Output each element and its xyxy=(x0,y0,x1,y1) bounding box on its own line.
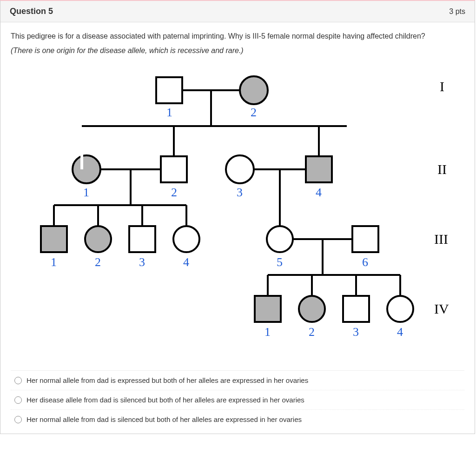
label-IV-3: 3 xyxy=(353,325,359,339)
question-points: 3 pts xyxy=(449,7,465,16)
individual-III-6 xyxy=(352,226,378,252)
gen-label-IV: IV xyxy=(434,301,449,316)
label-II-4: 4 xyxy=(316,186,322,199)
answer-option-a[interactable]: Her normal allele from dad is expressed … xyxy=(11,371,464,390)
answer-text: Her normal allele from dad is silenced b… xyxy=(26,415,302,423)
pedigree-figure: 1 2 xyxy=(21,63,454,361)
question-text: This pedigree is for a disease associate… xyxy=(11,31,464,42)
label-III-2: 2 xyxy=(95,255,101,269)
label-III-5: 5 xyxy=(277,255,283,269)
question-header: Question 5 3 pts xyxy=(0,1,475,22)
individual-III-4 xyxy=(173,226,199,252)
individual-III-3 xyxy=(129,226,155,252)
label-IV-4: 4 xyxy=(397,325,403,339)
gen-label-I: I xyxy=(440,79,444,94)
individual-II-4 xyxy=(306,156,332,182)
answer-text: Her normal allele from dad is expressed … xyxy=(26,376,308,384)
gen-label-III: III xyxy=(434,231,448,247)
answer-option-b[interactable]: Her disease allele from dad is silenced … xyxy=(11,390,464,410)
label-I-2: 2 xyxy=(251,106,257,119)
individual-IV-2 xyxy=(299,296,325,322)
label-III-4: 4 xyxy=(183,255,189,269)
label-IV-2: 2 xyxy=(309,325,315,339)
gen-I: 1 2 xyxy=(82,76,347,126)
label-III-3: 3 xyxy=(139,255,145,269)
individual-III-1 xyxy=(41,226,67,252)
individual-III-5 xyxy=(267,226,293,252)
individual-II-1 xyxy=(73,155,100,183)
pedigree-svg: 1 2 xyxy=(21,63,454,361)
question-hint: (There is one origin for the disease all… xyxy=(11,47,464,55)
gen-label-II: II xyxy=(437,161,447,177)
label-II-3: 3 xyxy=(237,186,243,199)
radio-icon[interactable] xyxy=(14,396,22,404)
individual-I-1 xyxy=(156,77,182,103)
answer-text: Her disease allele from dad is silenced … xyxy=(26,396,304,404)
label-IV-1: 1 xyxy=(264,325,271,339)
individual-II-3 xyxy=(226,155,254,183)
radio-icon[interactable] xyxy=(14,377,22,384)
label-I-1: 1 xyxy=(166,106,172,119)
individual-I-2 xyxy=(240,76,268,104)
individual-IV-3 xyxy=(343,296,369,322)
individual-III-2 xyxy=(85,226,111,252)
gen-II: 1 2 3 4 xyxy=(73,126,347,199)
radio-icon[interactable] xyxy=(14,416,22,423)
label-III-1: 1 xyxy=(51,255,57,269)
question-body: This pedigree is for a disease associate… xyxy=(0,22,475,434)
label-III-6: 6 xyxy=(362,255,368,269)
label-II-1: 1 xyxy=(83,186,89,199)
question-title: Question 5 xyxy=(10,7,53,16)
individual-IV-4 xyxy=(387,296,413,322)
question-card: Question 5 3 pts This pedigree is for a … xyxy=(0,0,475,434)
individual-II-2 xyxy=(161,156,187,182)
gen-III: 1 2 3 4 5 6 xyxy=(41,169,378,269)
gen-IV: 1 2 3 4 xyxy=(255,239,413,339)
label-II-2: 2 xyxy=(171,186,177,199)
answer-list: Her normal allele from dad is expressed … xyxy=(11,370,464,429)
answer-option-c[interactable]: Her normal allele from dad is silenced b… xyxy=(11,410,464,429)
individual-IV-1 xyxy=(255,296,281,322)
